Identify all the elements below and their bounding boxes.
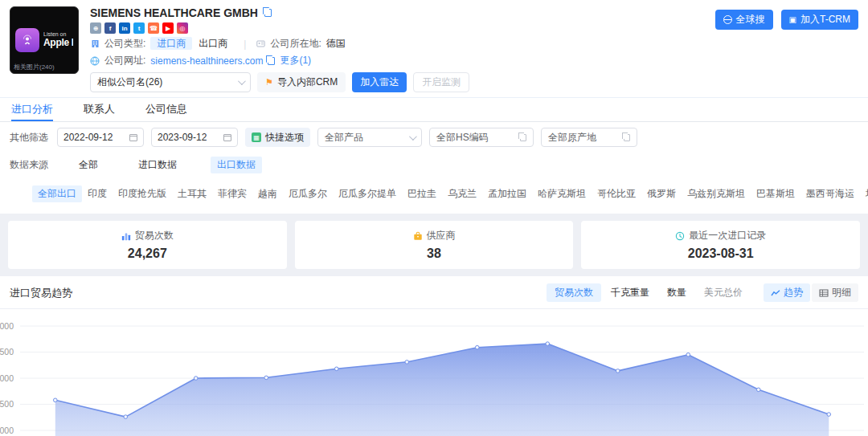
filter-row: 其他筛选 2022-09-12 2023-09-12 ▦ 快捷选项 全部产品 全… <box>0 122 868 153</box>
country-tab[interactable]: 厄瓜多尔提单 <box>333 185 402 202</box>
globe-search-icon <box>723 15 732 24</box>
country-tab[interactable]: 厄瓜多尔 <box>283 185 333 202</box>
metric-button-美元总价[interactable]: 美元总价 <box>696 283 751 302</box>
tab-公司信息[interactable]: 公司信息 <box>145 98 187 121</box>
stat-cards: 贸易次数24,267供应商38最近一次进口记录2023-08-31 <box>0 214 868 276</box>
data-point-2023-08[interactable] <box>827 413 831 417</box>
data-point-2023-04[interactable] <box>546 342 550 346</box>
location-label: 公司所在地: <box>270 37 321 51</box>
data-point-2023-02[interactable] <box>405 361 409 365</box>
country-tab[interactable]: 乌克兰 <box>442 185 482 202</box>
data-point-2023-03[interactable] <box>475 345 479 349</box>
data-point-2022-09[interactable] <box>53 398 57 402</box>
quick-options-button[interactable]: ▦ 快捷选项 <box>245 128 310 147</box>
logo-caption: 相关图片(240) <box>14 63 55 71</box>
country-tab[interactable]: 印度抢先版 <box>113 185 172 202</box>
add-radar-button[interactable]: 加入雷达 <box>352 72 407 92</box>
metric-button-千克重量[interactable]: 千克重量 <box>603 283 657 302</box>
country-tab[interactable]: 俄罗斯 <box>641 185 682 202</box>
data-point-2023-01[interactable] <box>334 367 338 371</box>
phone-icon[interactable]: ☎ <box>148 22 159 34</box>
similar-company-select[interactable]: 相似公司名(26) <box>90 72 251 92</box>
metric-button-贸易次数[interactable]: 贸易次数 <box>547 283 601 302</box>
date-to-input[interactable]: 2023-09-12 <box>151 128 238 147</box>
stat-card: 最近一次进口记录2023-08-31 <box>581 221 860 269</box>
company-type-tags: 进口商出口商 <box>150 37 234 51</box>
country-tab[interactable]: 印度 <box>82 185 113 202</box>
bar-chart-icon <box>121 231 131 241</box>
instagram-icon[interactable]: ◎ <box>177 22 188 34</box>
clock-icon <box>675 231 685 241</box>
company-type-label: 公司类型: <box>104 37 145 51</box>
other-filter-label: 其他筛选 <box>10 131 48 145</box>
country-tab[interactable]: 墨西哥海运 <box>800 185 860 202</box>
product-select[interactable]: 全部产品 <box>317 128 422 147</box>
stat-label: 最近一次进口记录 <box>689 229 766 242</box>
tab-进口分析[interactable]: 进口分析 <box>11 98 53 121</box>
metric-button-数量[interactable]: 数量 <box>659 283 694 302</box>
area-fill <box>55 344 829 436</box>
y-axis-labels: 05001,0001,5002,0002,5003,000 <box>0 321 14 436</box>
origin-select[interactable]: 全部原产地 <box>541 128 637 147</box>
country-tab[interactable]: 巴拉圭 <box>402 185 442 202</box>
data-point-2022-10[interactable] <box>124 415 128 419</box>
country-tab[interactable]: 乌兹别克斯坦 <box>682 185 751 202</box>
hs-code-select[interactable]: 全部HS编码 <box>429 128 534 147</box>
view-button-明细[interactable]: 明细 <box>812 283 858 302</box>
country-tab[interactable]: 巴基斯坦 <box>751 185 800 202</box>
stat-value: 38 <box>427 247 441 261</box>
country-tab[interactable]: 哈萨克斯坦 <box>532 185 592 202</box>
stat-label: 贸易次数 <box>135 229 174 242</box>
company-type-tag: 进口商 <box>150 37 192 50</box>
trade-trend-section: 进口贸易趋势 贸易次数千克重量数量美元总价趋势明细 05001,0001,500… <box>0 276 868 436</box>
svg-text:3,000: 3,000 <box>0 321 14 331</box>
data-point-2022-12[interactable] <box>264 376 268 380</box>
linkedin-icon[interactable]: in <box>119 22 130 34</box>
trade-trend-chart: 05001,0001,5002,0002,5003,0002022-092022… <box>0 309 868 436</box>
chart-title: 进口贸易趋势 <box>10 286 72 300</box>
tab-联系人[interactable]: 联系人 <box>84 98 115 121</box>
supplier-box-icon <box>413 231 423 241</box>
add-tcrm-button[interactable]: ▣ 加入T-CRM <box>781 10 858 30</box>
country-tab[interactable]: 越南 <box>252 185 283 202</box>
company-type-tag: 出口商 <box>192 37 234 50</box>
stat-label: 供应商 <box>427 229 456 242</box>
data-source-option[interactable]: 出口数据 <box>211 157 262 173</box>
data-point-2023-06[interactable] <box>686 352 690 357</box>
calendar-icon <box>223 134 231 141</box>
calendar-icon <box>129 134 137 141</box>
country-tab[interactable]: 哥伦比亚 <box>592 185 641 202</box>
company-name: SIEMENS HEALTHCARE GMBH <box>90 6 258 19</box>
social-icons: ⊕fint☎▶◎ <box>90 22 469 34</box>
hs-code-icon <box>520 134 526 141</box>
website-link[interactable]: siemens-healthineers.com <box>150 55 263 67</box>
website-icon[interactable]: ⊕ <box>90 22 101 34</box>
table-icon <box>819 288 829 298</box>
data-source-option[interactable]: 全部 <box>72 157 104 173</box>
country-tab[interactable]: 孟加拉国 <box>482 185 532 202</box>
global-search-button[interactable]: 全球搜 <box>715 10 773 30</box>
view-button-趋势[interactable]: 趋势 <box>764 283 810 302</box>
data-point-2023-05[interactable] <box>616 369 620 373</box>
start-monitor-button[interactable]: 开启监测 <box>413 72 469 92</box>
data-point-2023-07[interactable] <box>756 388 760 392</box>
country-tab[interactable]: 土耳其 <box>172 185 212 202</box>
import-crm-button[interactable]: ⚑ 导入内部CRM <box>257 72 346 92</box>
youtube-icon[interactable]: ▶ <box>162 22 174 34</box>
country-tab[interactable]: 坦桑尼亚 <box>860 185 868 202</box>
copy-company-name-icon[interactable] <box>264 9 272 17</box>
data-source-option[interactable]: 进口数据 <box>132 157 183 173</box>
website-label: 公司网址: <box>104 54 145 67</box>
crm-icon: ▣ <box>789 16 796 24</box>
data-point-2022-11[interactable] <box>194 377 198 381</box>
line-chart-icon <box>771 288 780 298</box>
building-icon <box>90 39 100 49</box>
date-from-input[interactable]: 2022-09-12 <box>57 128 144 147</box>
country-tab[interactable]: 全部出口 <box>32 185 82 202</box>
country-tab[interactable]: 菲律宾 <box>212 185 252 202</box>
copy-website-icon[interactable] <box>268 57 275 65</box>
website-more-link[interactable]: 更多(1) <box>280 54 311 67</box>
twitter-icon[interactable]: t <box>133 22 145 34</box>
facebook-icon[interactable]: f <box>104 22 116 34</box>
page: Listen on Apple Podcasts 相关图片(240) SIEME… <box>0 0 868 436</box>
